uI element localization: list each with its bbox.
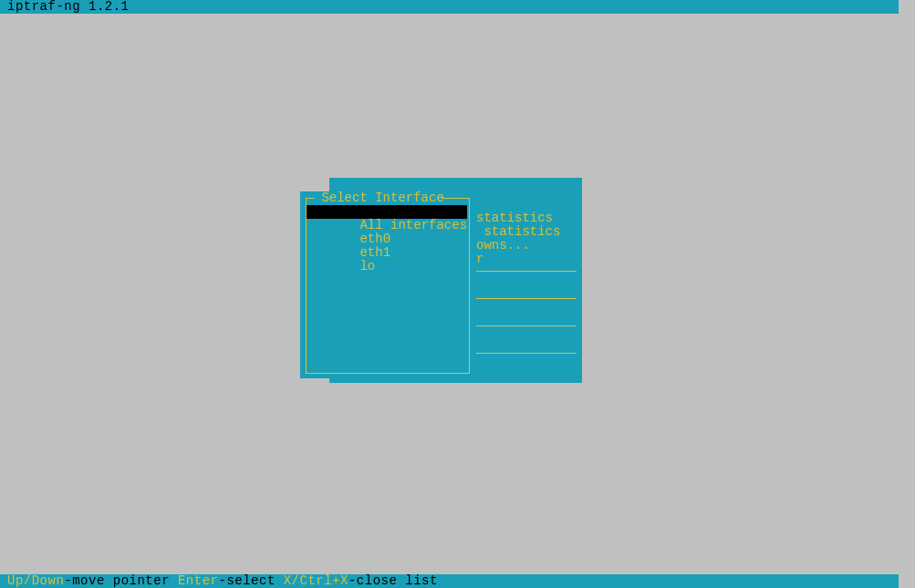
interface-list: All interfaces eth0 eth1 lo (307, 205, 467, 260)
interface-label: eth0 (359, 232, 390, 246)
key-hint-enter: Enter (178, 573, 219, 588)
menu-divider (476, 325, 577, 326)
select-interface-dialog: Select Interface All interfaces eth0 eth… (300, 191, 473, 378)
title-bar: iptraf-ng 1.2.1 (0, 0, 899, 14)
interface-label: All interfaces (359, 218, 467, 232)
interface-label: eth1 (359, 245, 390, 260)
interface-label: lo (359, 259, 375, 273)
menu-divider (476, 298, 577, 299)
menu-divider (476, 353, 577, 354)
app-title: iptraf-ng 1.2.1 (7, 0, 130, 14)
status-bar: Up/Down-move pointer Enter-select X/Ctrl… (0, 574, 899, 588)
action-move-pointer: move pointer (72, 573, 170, 588)
interface-item-all[interactable]: All interfaces (307, 205, 467, 219)
background-menu-text: statistics statistics owns... r (476, 211, 560, 266)
menu-divider (476, 271, 577, 272)
action-close-list: close list (357, 573, 438, 588)
key-hint-x: X/Ctrl+X (284, 573, 348, 588)
key-hint-updown: Up/Down (7, 573, 64, 588)
action-select: select (226, 573, 275, 588)
